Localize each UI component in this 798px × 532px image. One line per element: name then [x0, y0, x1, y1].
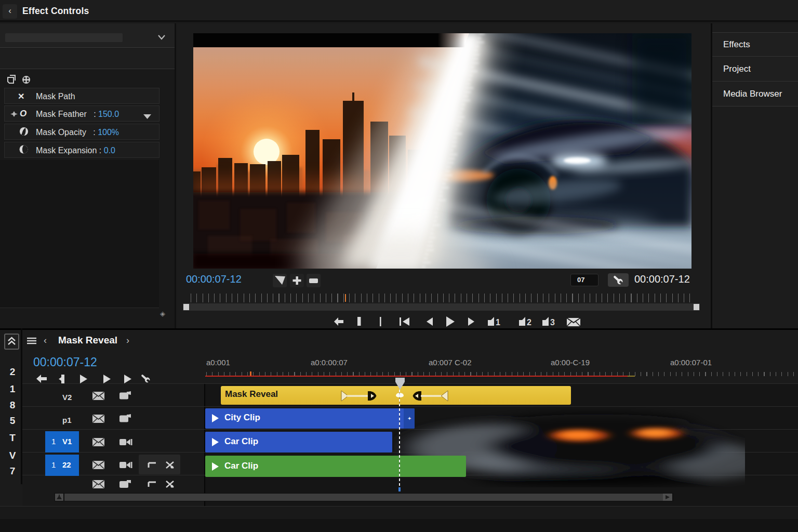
svg-text:3: 3 [550, 318, 555, 327]
svg-text:2: 2 [527, 318, 531, 327]
svg-text:1: 1 [496, 318, 500, 327]
